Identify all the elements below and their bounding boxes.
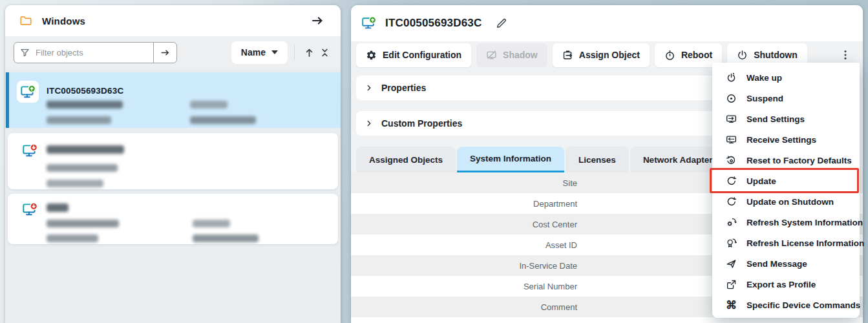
menu-item-receive-settings[interactable]: Receive Settings	[712, 129, 860, 150]
button-label: Shutdown	[754, 50, 798, 60]
menu-item-refresh-system-information[interactable]: Refresh System Information	[712, 212, 860, 233]
send-message-icon	[726, 258, 737, 269]
section-label: Properties	[381, 83, 426, 93]
shadow-monitor-icon	[486, 50, 497, 61]
device-list-item-selected[interactable]: ITC00505693D63C	[5, 72, 341, 128]
device-online-icon	[17, 81, 39, 103]
device-online-icon	[361, 16, 377, 31]
gear-icon	[366, 50, 377, 61]
reboot-icon	[664, 50, 675, 61]
redacted-text	[47, 234, 98, 242]
redacted-text	[47, 220, 119, 227]
tab-network-adapter[interactable]: Network Adapter	[630, 147, 726, 172]
update-on-shutdown-icon	[726, 196, 737, 207]
menu-item-specific-device-commands[interactable]: ⌘ Specific Device Commands	[712, 295, 860, 315]
app-background: Windows Name	[0, 0, 868, 323]
device-list-item[interactable]	[8, 133, 338, 189]
assign-object-button[interactable]: Assign Object	[553, 43, 650, 67]
menu-item-wake-up[interactable]: Wake up	[712, 67, 860, 88]
sort-direction-button[interactable]	[301, 45, 317, 61]
section-label: Custom Properties	[381, 118, 462, 129]
folder-title: Windows	[42, 16, 85, 26]
table-row	[351, 317, 863, 323]
redacted-text	[190, 116, 256, 124]
menu-item-send-message[interactable]: Send Message	[712, 253, 860, 274]
shadow-button[interactable]: Shadow	[476, 43, 547, 67]
assign-object-icon	[562, 50, 573, 61]
menu-item-refresh-license-information[interactable]: Refresh License Information	[712, 233, 860, 253]
folder-icon	[19, 14, 32, 27]
device-offline-icon	[22, 143, 38, 159]
redacted-text	[193, 220, 230, 227]
filter-input[interactable]	[34, 47, 153, 58]
filter-funnel-icon	[20, 48, 30, 57]
chevron-down-icon	[271, 50, 278, 54]
redacted-text	[47, 101, 123, 109]
tab-system-information[interactable]: System Information	[457, 147, 564, 172]
command-icon: ⌘	[726, 300, 737, 311]
menu-item-reset-factory-defaults[interactable]: Reset to Factory Defaults	[712, 150, 860, 171]
redacted-text	[47, 203, 69, 212]
redacted-text	[47, 164, 118, 172]
chevron-right-icon	[365, 120, 373, 127]
list-toolbar: Name	[5, 36, 341, 68]
wake-up-icon	[726, 72, 737, 83]
menu-item-suspend[interactable]: Suspend	[712, 88, 860, 109]
refresh-system-icon	[726, 217, 737, 228]
menu-item-update-on-shutdown[interactable]: Update on Shutdown	[712, 191, 860, 212]
device-name: ITC00505693D63C	[47, 86, 123, 96]
edit-configuration-button[interactable]: Edit Configuration	[356, 43, 471, 67]
chevron-right-icon	[365, 84, 373, 92]
reset-factory-icon	[726, 155, 737, 166]
redacted-text	[47, 145, 124, 154]
device-offline-icon	[22, 202, 38, 218]
menu-item-update[interactable]: Update	[712, 171, 860, 191]
device-list-panel: Windows Name	[5, 5, 341, 323]
power-icon	[737, 50, 748, 61]
button-label: Edit Configuration	[383, 50, 461, 60]
page-title: ITC00505693D63C	[385, 17, 482, 30]
tab-assigned-objects[interactable]: Assigned Objects	[356, 147, 456, 172]
button-label: Reboot	[681, 50, 712, 60]
button-label: Assign Object	[579, 50, 640, 60]
send-settings-icon	[726, 114, 737, 125]
redacted-text	[193, 234, 259, 242]
detail-header: ITC00505693D63C	[351, 5, 863, 41]
filter-submit-button[interactable]	[153, 43, 176, 63]
device-list: ITC00505693D63C	[5, 72, 341, 244]
export-profile-icon	[726, 279, 737, 290]
redacted-text	[47, 180, 103, 187]
button-label: Shadow	[503, 50, 538, 60]
redacted-text	[47, 116, 111, 124]
device-commands-menu: Wake up Suspend Send Settings Receive Se…	[712, 63, 860, 318]
kebab-menu-icon[interactable]	[837, 47, 854, 63]
menu-item-export-as-profile[interactable]: Export as Profile	[712, 274, 860, 295]
tab-licenses[interactable]: Licenses	[566, 147, 629, 172]
sort-by-label: Name	[241, 47, 266, 57]
sort-by-button[interactable]: Name	[231, 41, 288, 64]
menu-item-send-settings[interactable]: Send Settings	[712, 109, 860, 129]
divider	[294, 45, 295, 60]
suspend-icon	[726, 93, 737, 104]
open-folder-arrow-icon[interactable]	[308, 12, 326, 30]
update-icon	[726, 176, 737, 187]
pencil-icon[interactable]	[494, 17, 508, 30]
folder-header: Windows	[5, 5, 341, 36]
device-list-item[interactable]	[8, 194, 338, 244]
collapse-all-button[interactable]	[317, 45, 332, 60]
refresh-license-icon	[726, 238, 737, 249]
receive-settings-icon	[726, 134, 737, 145]
filter-input-group	[14, 42, 177, 63]
redacted-text	[190, 101, 228, 109]
